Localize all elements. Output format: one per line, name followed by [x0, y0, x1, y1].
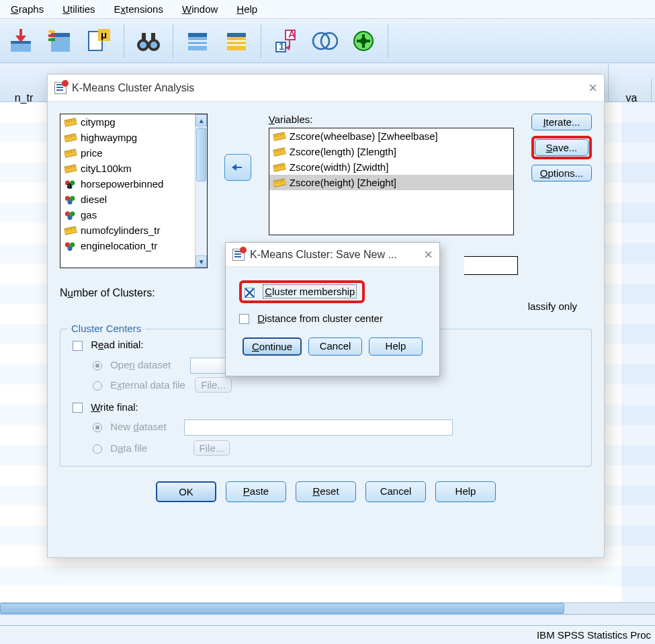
tb-icon-binoc[interactable] [134, 26, 163, 56]
dialog-titlebar: K-Means Cluster Analysis × [48, 75, 604, 102]
save-button[interactable]: Save... [535, 139, 588, 156]
src-item: gas [60, 207, 207, 223]
cancel-button[interactable]: Cancel [365, 481, 426, 502]
distance-checkbox[interactable] [239, 314, 249, 324]
svg-text:μ: μ [101, 29, 107, 40]
var-item-selected: Zscore(height) [Zheight] [269, 175, 513, 190]
paste-button[interactable]: Paste [226, 481, 286, 502]
file-button-1: File... [195, 377, 232, 393]
svg-point-65 [68, 215, 73, 220]
status-text: IBM SPSS Statistics Proc [537, 629, 651, 641]
external-file-radio [93, 381, 102, 391]
app-icon [232, 249, 245, 261]
menu-extensions[interactable]: Extensions [114, 3, 163, 15]
open-dataset-label: Open dataset [110, 359, 171, 370]
src-item: price [60, 145, 207, 161]
write-final-label: Write final: [91, 401, 138, 413]
data-file-label: Data file [110, 442, 147, 454]
continue-button[interactable]: Continue [243, 337, 302, 356]
src-item: citympg [60, 114, 207, 130]
svg-text:1: 1 [279, 40, 284, 52]
tb-icon-2[interactable] [46, 26, 75, 56]
svg-point-62 [68, 200, 73, 204]
menu-help[interactable]: Help [236, 3, 257, 15]
var-item: Zscore(width) [Zwidth] [269, 159, 513, 175]
menu-window[interactable]: Window [182, 3, 218, 15]
svg-text:A: A [288, 28, 296, 40]
dialog-title: K-Means Cluster Analysis [72, 82, 194, 94]
tb-icon-1[interactable] [7, 26, 36, 56]
hscroll-thumb[interactable] [0, 603, 564, 614]
options-button[interactable]: Options... [531, 165, 592, 182]
variables-label: Variables: [269, 114, 514, 125]
src-item: ahorsepowerbinned [60, 176, 207, 192]
svg-rect-36 [64, 118, 77, 126]
svg-point-13 [140, 42, 146, 48]
svg-rect-16 [151, 33, 155, 40]
src-item: highwaympg [60, 130, 207, 145]
svg-rect-89 [273, 178, 286, 187]
src-item: enginelocation_tr [60, 238, 207, 253]
svg-rect-5 [48, 30, 55, 33]
sub-help-button[interactable]: Help [369, 337, 423, 356]
svg-rect-46 [64, 149, 77, 157]
svg-rect-15 [142, 33, 146, 40]
write-final-checkbox[interactable] [73, 403, 83, 413]
read-initial-checkbox[interactable] [73, 341, 83, 351]
variables-list[interactable]: Zscore(wheelbase) [Zwheelbase] Zscore(le… [269, 128, 514, 235]
svg-rect-7 [48, 38, 55, 41]
cluster-membership-checkbox[interactable] [245, 288, 255, 298]
hscrollbar[interactable] [0, 602, 655, 614]
tb-icon-9[interactable] [349, 26, 378, 56]
file-button-2: File... [193, 440, 230, 456]
menu-bar: Graphs Utilities Extensions Window Help [0, 0, 655, 19]
close-icon[interactable]: × [424, 249, 433, 261]
close-icon[interactable]: × [588, 82, 597, 94]
scroll-thumb[interactable] [196, 128, 206, 182]
sub-cancel-button[interactable]: Cancel [308, 337, 362, 356]
source-var-list[interactable]: citympg highwaympg price cityL100km ahor… [60, 114, 208, 268]
new-dataset-field [184, 419, 453, 436]
tb-icon-6[interactable] [222, 26, 251, 56]
tb-icon-5[interactable] [183, 26, 212, 56]
svg-rect-74 [273, 132, 286, 140]
svg-rect-84 [273, 163, 286, 171]
subdialog-title: K-Means Cluster: Save New ... [250, 249, 397, 261]
iterate-button[interactable]: Iterate... [531, 114, 592, 130]
svg-text:a: a [67, 180, 73, 189]
src-item: cityL100km [60, 161, 207, 176]
svg-rect-66 [64, 226, 77, 235]
scroll-up-icon[interactable]: ▲ [195, 114, 207, 126]
src-item: numofcylinders_tr [60, 223, 207, 238]
save-subdialog: K-Means Cluster: Save New ... × Cluster … [225, 242, 440, 376]
app-icon [54, 82, 67, 94]
menu-graphs[interactable]: Graphs [11, 3, 44, 15]
reset-button[interactable]: Reset [296, 481, 356, 502]
svg-rect-35 [357, 40, 370, 42]
toolbar: μ A1 [0, 19, 655, 63]
tb-icon-3[interactable]: μ [85, 26, 114, 56]
src-scrollbar[interactable]: ▲ ▼ [195, 114, 207, 268]
data-file-radio [93, 444, 102, 454]
dialog-button-row: OK Paste Reset Cancel Help [60, 481, 592, 502]
move-left-button[interactable] [224, 154, 251, 181]
col-header-ntr[interactable]: n_tr [0, 79, 48, 117]
menu-utilities[interactable]: Utilities [62, 3, 95, 15]
var-item: Zscore(length) [Zlength] [269, 144, 513, 159]
svg-rect-41 [64, 133, 77, 142]
external-file-label: External data file [110, 379, 185, 391]
ok-button[interactable]: OK [156, 481, 216, 502]
scroll-down-icon[interactable]: ▼ [195, 255, 207, 268]
tb-icon-8[interactable] [310, 26, 339, 56]
svg-rect-79 [273, 147, 286, 156]
svg-point-73 [68, 246, 73, 251]
subdialog-titlebar: K-Means Cluster: Save New ... × [226, 243, 439, 267]
svg-rect-51 [64, 164, 77, 173]
var-item: Zscore(wheelbase) [Zwheelbase] [269, 128, 513, 144]
svg-rect-6 [48, 34, 55, 37]
svg-point-14 [150, 42, 157, 48]
new-dataset-radio [93, 423, 102, 432]
tb-icon-7[interactable]: A1 [271, 26, 300, 56]
help-button[interactable]: Help [435, 481, 496, 502]
distance-label: Distance from cluster center [257, 313, 383, 324]
